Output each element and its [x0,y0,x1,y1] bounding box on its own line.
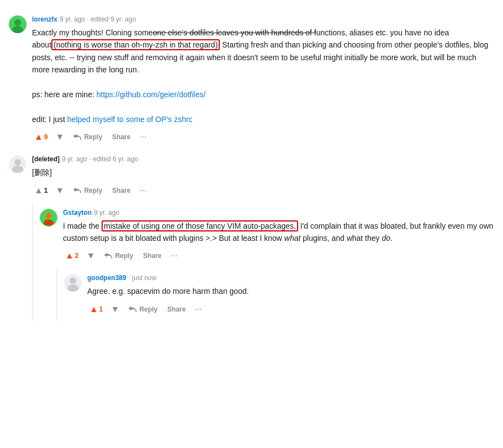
comment-text-goodpen389: Agree. e.g. spacevim do more harm than g… [87,285,494,297]
comment-body-gstayton: Gstayton 9 yr. ago I made the mistake of… [63,209,494,263]
strikethrough-text: one else's dotfiles leaves you with hund… [153,28,316,37]
more-button-lorenzfx[interactable]: ··· [137,130,149,144]
highlight-box-2: mistake of using one of those fancy VIM … [102,220,298,231]
comment-gstayton: Gstayton 9 yr. ago I made the mistake of… [33,202,494,268]
username-lorenzfx[interactable]: lorenzfx [32,15,57,23]
comment-deleted: [deleted] 9 yr. ago · edited 6 yr. ago [… [9,149,494,202]
reply-button-gstayton[interactable]: Reply [100,249,136,262]
share-button-gstayton[interactable]: Share [140,250,165,262]
comment-header-goodpen389: goodpen389 · just now [87,274,494,282]
comment-actions-gstayton: ▲ 2 ▼ Reply Share ··· [63,249,494,263]
ps-link[interactable]: https://github.com/geier/dotfiles/ [97,90,206,99]
avatar-lorenzfx [9,15,27,33]
upvote-count-gstayton: 2 [75,252,79,260]
more-button-deleted[interactable]: ··· [137,183,149,198]
edit-link1[interactable]: helped myself [67,115,115,124]
reply-label-gstayton: Reply [115,252,133,260]
downvote-icon-lorenzfx: ▼ [56,132,65,142]
svg-point-1 [14,19,21,26]
reply-label-goodpen389: Reply [139,305,157,313]
username-gstayton[interactable]: Gstayton [63,209,92,217]
username-goodpen389[interactable]: goodpen389 [87,274,126,282]
downvote-button-deleted[interactable]: ▼ [54,183,67,198]
upvote-button-goodpen389[interactable]: ▲ 1 [87,302,105,317]
reply-button-deleted[interactable]: Reply [70,184,105,197]
comment-text-deleted: [删除] [32,166,494,178]
upvote-count-deleted: 1 [44,187,48,194]
downvote-button-gstayton[interactable]: ▼ [84,249,98,263]
downvote-button-goodpen389[interactable]: ▼ [109,302,122,317]
share-button-lorenzfx[interactable]: Share [109,131,134,143]
share-label-lorenzfx: Share [112,133,130,141]
upvote-button-deleted[interactable]: ▲ 1 [32,183,50,198]
reply-button-lorenzfx[interactable]: Reply [70,130,105,144]
upvote-count-lorenzfx: 9 [44,133,48,141]
svg-point-9 [45,213,47,215]
reply-icon-goodpen389 [128,305,137,314]
more-button-goodpen389[interactable]: ··· [192,302,204,317]
downvote-icon-deleted: ▼ [56,186,65,196]
edit-link2[interactable]: to some of OP's zshrc [115,115,192,124]
downvote-icon-goodpen389: ▼ [111,304,120,314]
deleted-content: [删除] [32,168,52,177]
comment-text-lorenzfx: Exactly my thoughts! Cloning someone els… [32,27,494,125]
gstayton-text-before: I made the [63,222,102,230]
comment-lorenzfx: lorenzfx 9 yr. ago · edited 9 yr. ago Ex… [9,9,494,149]
comment-actions-goodpen389: ▲ 1 ▼ Reply Share [87,302,494,317]
reply-button-goodpen389[interactable]: Reply [125,303,161,316]
comment-header-lorenzfx: lorenzfx 9 yr. ago · edited 9 yr. ago [32,15,494,23]
italic-what: what [284,234,301,243]
svg-point-10 [50,213,52,215]
upvote-icon-gstayton: ▲ [65,251,74,261]
highlight-box-1: (nothing is worse than oh-my-zsh in that… [51,39,220,50]
svg-point-8 [44,219,54,226]
upvote-count-goodpen389: 1 [99,305,103,313]
nested-group-goodpen: goodpen389 · just now Agree. e.g. spacev… [56,267,494,320]
comment-meta-lorenzfx: 9 yr. ago · edited 9 yr. ago [60,15,136,23]
ps-text: ps: here are mine: [32,90,97,99]
comment-header-deleted: [deleted] 9 yr. ago · edited 6 yr. ago [32,155,494,163]
upvote-button-gstayton[interactable]: ▲ 2 [63,249,81,263]
svg-point-4 [14,159,21,166]
italic-do: do [382,234,390,243]
upvote-icon-deleted: ▲ [34,186,43,196]
share-label-gstayton: Share [143,252,161,260]
reply-icon-gstayton [104,251,113,260]
reply-label-deleted: Reply [84,187,102,194]
avatar-goodpen389 [64,274,82,292]
comment-body-deleted: [deleted] 9 yr. ago · edited 6 yr. ago [… [32,155,494,197]
upvote-icon-goodpen389: ▲ [89,304,98,314]
reply-label-lorenzfx: Reply [84,133,102,141]
comment-actions-deleted: ▲ 1 ▼ Reply Share ··· [32,183,494,198]
username-deleted: [deleted] [32,155,60,163]
downvote-icon-gstayton: ▼ [87,251,96,261]
comment-meta-goodpen389: · just now [129,274,157,282]
share-label-deleted: Share [112,187,130,194]
comment-body-goodpen389: goodpen389 · just now Agree. e.g. spacev… [87,274,494,316]
edit-text: edit: I just [32,115,67,124]
avatar-gstayton [40,209,57,226]
more-button-gstayton[interactable]: ··· [168,249,179,263]
comment-actions-lorenzfx: ▲ 9 ▼ Reply Share ··· [32,130,494,144]
svg-point-12 [70,277,76,284]
comment-goodpen389: goodpen389 · just now Agree. e.g. spacev… [57,267,494,320]
reply-icon-deleted [73,186,82,195]
comment-text-gstayton: I made the mistake of using one of those… [63,220,494,245]
comment-header-gstayton: Gstayton 9 yr. ago [63,209,494,217]
comment-meta-gstayton: 9 yr. ago [94,209,119,217]
goodpen-text: Agree. e.g. spacevim do more harm than g… [87,287,249,296]
nested-group-gstayton: Gstayton 9 yr. ago I made the mistake of… [32,202,494,321]
reply-icon-lorenzfx [73,133,82,141]
upvote-icon-lorenzfx: ▲ [34,132,43,142]
avatar-deleted [9,155,27,173]
share-button-deleted[interactable]: Share [109,185,134,197]
comment-meta-deleted: 9 yr. ago · edited 6 yr. ago [62,155,138,163]
upvote-button-lorenzfx[interactable]: ▲ 9 [32,130,50,144]
comment-body-lorenzfx: lorenzfx 9 yr. ago · edited 9 yr. ago Ex… [32,15,494,144]
comment-thread: lorenzfx 9 yr. ago · edited 9 yr. ago Ex… [9,9,494,321]
share-label-goodpen389: Share [167,305,186,313]
share-button-goodpen389[interactable]: Share [164,303,189,315]
downvote-button-lorenzfx[interactable]: ▼ [54,130,67,144]
